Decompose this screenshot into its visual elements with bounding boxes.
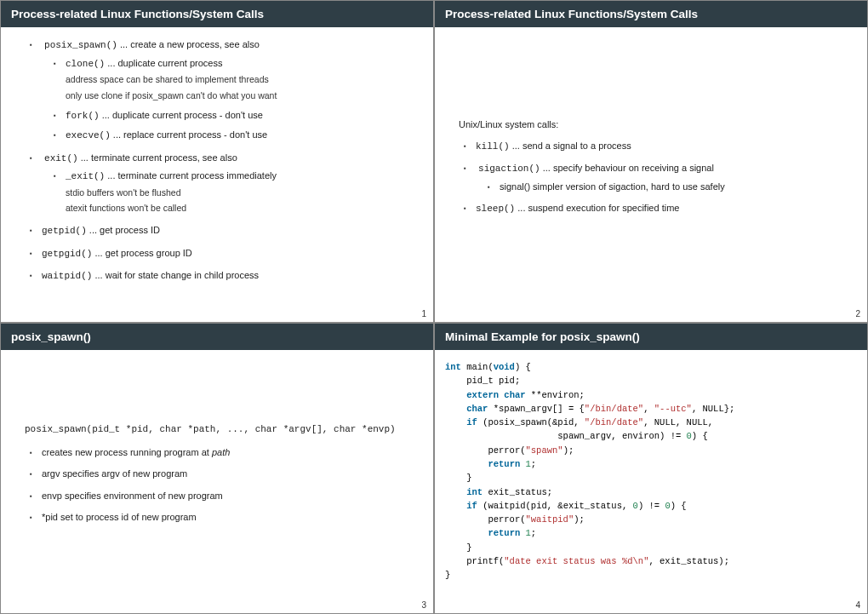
slide-3-pagenum: 3 — [1, 599, 433, 613]
item-getpid: getpid() ... get process ID — [42, 223, 409, 238]
item-posix-spawn: posix_spawn() ... create a new process, … — [42, 37, 409, 143]
code-block: int main(void) { pid_t pid; extern char … — [445, 360, 860, 582]
slide-2-intro: Unix/Linux system calls: — [459, 118, 843, 132]
slide-1-body: posix_spawn() ... create a new process, … — [1, 27, 433, 307]
slide-2-pagenum: 2 — [435, 307, 867, 322]
item-sigaction: sigaction() ... specify behaviour on rec… — [476, 161, 843, 193]
slide-1-title: Process-related Linux Functions/System C… — [1, 1, 433, 27]
item-signal: signal() simpler version of sigaction, h… — [500, 180, 843, 194]
note-clone-1: address space can be shared to implement… — [66, 73, 409, 87]
b2: argv specifies argv of new program — [42, 467, 409, 481]
note-clone-2: only use clone if posix_spawn can't do w… — [66, 89, 409, 103]
b4: *pid set to process id of new program — [42, 510, 409, 525]
slide-2-title: Process-related Linux Functions/System C… — [435, 1, 867, 27]
slide-4-pagenum: 4 — [435, 599, 867, 613]
item-_exit: _exit() ... terminate current process im… — [66, 169, 409, 184]
item-sleep: sleep() ... suspend execution for specif… — [476, 201, 843, 216]
item-exit: exit() ... terminate current process, se… — [42, 151, 409, 216]
slide-4-body: int main(void) { pid_t pid; extern char … — [435, 350, 867, 599]
item-execve: execve() ... replace current process - d… — [66, 128, 409, 143]
slide-3-title: posix_spawn() — [1, 324, 433, 350]
b1: creates new process running program at p… — [42, 445, 409, 460]
slide-3: posix_spawn() posix_spawn(pid_t *pid, ch… — [0, 323, 434, 614]
slide-2: Process-related Linux Functions/System C… — [434, 0, 868, 323]
slide-4: Minimal Example for posix_spawn() int ma… — [434, 323, 868, 614]
note-exit-2: atexit functions won't be called — [66, 202, 409, 215]
item-clone: clone() ... duplicate current process — [66, 56, 409, 72]
b3: envp specifies environment of new progra… — [42, 489, 409, 503]
slide-4-title: Minimal Example for posix_spawn() — [435, 324, 867, 350]
slide-1: Process-related Linux Functions/System C… — [0, 0, 434, 323]
item-kill: kill() ... send a signal to a process — [476, 139, 843, 154]
slide-2-body: Unix/Linux system calls: kill() ... send… — [435, 27, 867, 307]
note-exit-1: stdio buffers won't be flushed — [66, 186, 409, 200]
item-fork: fork() ... duplicate current process - d… — [66, 108, 409, 123]
slide-3-signature: posix_spawn(pid_t *pid, char *path, ...,… — [25, 423, 409, 436]
slide-grid: Process-related Linux Functions/System C… — [0, 0, 868, 614]
item-getpgid: getpgid() ... get process group ID — [42, 246, 409, 261]
slide-1-pagenum: 1 — [1, 307, 433, 322]
slide-3-body: posix_spawn(pid_t *pid, char *path, ...,… — [1, 350, 433, 599]
item-waitpid: waitpid() ... wait for state change in c… — [42, 268, 409, 284]
